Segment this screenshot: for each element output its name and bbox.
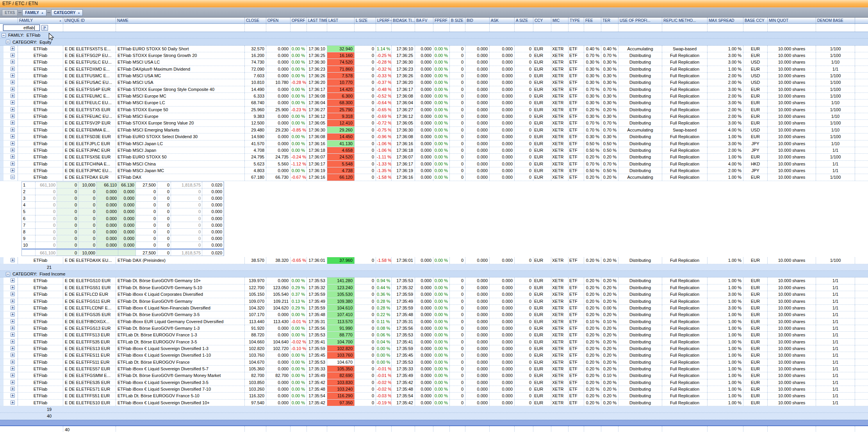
cell-name[interactable]: ETFlab MSCI USA LC bbox=[116, 59, 245, 65]
cell-operf[interactable]: 0.37 % bbox=[291, 291, 307, 297]
cell-maxspread[interactable]: 2.00 % bbox=[708, 147, 743, 153]
cell-ter[interactable]: 0.70 % bbox=[601, 161, 618, 167]
cell-minquot[interactable]: 10.000 shares bbox=[768, 298, 816, 304]
cell-minquot[interactable]: 10.000 shares bbox=[768, 318, 816, 325]
cell-ask[interactable]: 0.000 bbox=[490, 79, 515, 85]
cell-operf[interactable]: 0.00 % bbox=[291, 93, 307, 99]
cell-lsize[interactable]: 0 bbox=[355, 393, 376, 399]
cell-mic[interactable]: XETR bbox=[551, 140, 569, 147]
cell-family[interactable]: ETFlab bbox=[18, 127, 63, 133]
cell-operf[interactable]: 0.00 % bbox=[291, 140, 307, 147]
cell-lasttime[interactable]: 17:35:33 bbox=[307, 366, 327, 372]
cell-bafv[interactable]: 0.000 bbox=[415, 386, 433, 392]
cell-replic[interactable]: Full Replication bbox=[662, 393, 708, 399]
cell-close[interactable]: 88.720 bbox=[245, 332, 266, 338]
cell-uid[interactable]: E DE ELETFDAX EUR bbox=[63, 174, 116, 180]
expand-button[interactable]: + bbox=[11, 148, 15, 152]
cell-bid[interactable]: 0.000 bbox=[465, 311, 490, 318]
cell-last[interactable]: 4.658 bbox=[327, 147, 355, 153]
expand-button[interactable]: + bbox=[11, 53, 15, 57]
category-group-chip[interactable]: CATEGORY▲ bbox=[51, 9, 83, 16]
cell-mic[interactable]: XETR bbox=[551, 339, 569, 345]
expand-button[interactable]: + bbox=[11, 285, 15, 290]
cell-bafv[interactable]: 0.000 bbox=[415, 154, 433, 160]
cell-close[interactable]: 72.090 bbox=[245, 66, 266, 72]
cell-close[interactable]: 107.170 bbox=[245, 311, 266, 318]
cell-baseccy[interactable]: EUR bbox=[743, 154, 768, 160]
cell-profit[interactable]: Distributing bbox=[618, 154, 662, 160]
cell-close[interactable]: 7.603 bbox=[245, 73, 266, 79]
cell-mic[interactable]: XETR bbox=[551, 311, 569, 318]
filter-cell-ask[interactable] bbox=[490, 24, 515, 32]
cell-family[interactable]: ETFlab bbox=[18, 174, 63, 180]
cell-ter[interactable]: 0.30 % bbox=[601, 93, 618, 99]
cell-operf[interactable]: 0.00 % bbox=[291, 46, 307, 52]
cell-minquot[interactable]: 10.000 shares bbox=[768, 359, 816, 365]
cell-bsize[interactable]: 0 bbox=[450, 359, 465, 365]
cell-uid[interactable]: E DE ELETFES11 EUR bbox=[63, 352, 116, 358]
cell-maxspread[interactable]: 3.00 % bbox=[708, 59, 743, 65]
cell-lasttime[interactable]: 17:36:30 bbox=[307, 59, 327, 65]
cell-ccy[interactable]: EUR bbox=[533, 59, 551, 65]
cell-last[interactable]: 7.578 bbox=[327, 73, 355, 79]
cell-operf[interactable]: -0.23 % bbox=[291, 107, 307, 113]
cell-baseccy[interactable]: EUR bbox=[743, 133, 768, 140]
cell-fee[interactable]: 0.30 % bbox=[584, 73, 601, 79]
cell-bidaskt[interactable]: 17:35:59 bbox=[392, 291, 415, 297]
cell-fee[interactable]: 0.20 % bbox=[584, 366, 601, 372]
cell-ccy[interactable]: EUR bbox=[533, 352, 551, 358]
cell-operf[interactable]: 0.00 % bbox=[291, 167, 307, 174]
cell-lperf[interactable]: -0.75 % bbox=[376, 127, 392, 133]
cell-fperf[interactable]: 0.00 % bbox=[433, 277, 450, 284]
cell-baseccy[interactable]: EUR bbox=[743, 298, 768, 304]
cell-maxspread[interactable]: 1.00 % bbox=[708, 366, 743, 372]
cell-bafv[interactable]: 0.000 bbox=[415, 379, 433, 386]
cell-ccy[interactable]: EUR bbox=[533, 400, 551, 406]
cell-bsize[interactable]: 0 bbox=[450, 167, 465, 174]
cell-family[interactable]: ETFlab bbox=[18, 100, 63, 106]
cell-baseccy[interactable]: USD bbox=[743, 127, 768, 133]
cell-asize[interactable]: 0 bbox=[515, 339, 533, 345]
cell-lasttime[interactable]: 17:35:49 bbox=[307, 298, 327, 304]
cell-fperf[interactable]: 0.00 % bbox=[433, 79, 450, 85]
cell-last[interactable]: 103.760 bbox=[327, 352, 355, 358]
cell-type[interactable]: ETF bbox=[569, 359, 584, 365]
cell-operf[interactable]: -0.10 % bbox=[291, 345, 307, 352]
cell-lperf[interactable]: -0.28 % bbox=[376, 59, 392, 65]
cell-operf[interactable]: 0.13 % bbox=[291, 298, 307, 304]
col-header-uid[interactable]: UNIQUE ID bbox=[63, 18, 116, 23]
cell-profit[interactable]: Distributing bbox=[618, 400, 662, 406]
cell-profit[interactable]: Distributing bbox=[618, 386, 662, 392]
cell-asize[interactable]: 0 bbox=[515, 325, 533, 331]
cell-lperf[interactable]: -1.33 % bbox=[376, 161, 392, 167]
cell-bidaskt[interactable]: 17:35:49 bbox=[392, 298, 415, 304]
cell-lsize[interactable]: 0 bbox=[355, 93, 376, 99]
cell-mic[interactable]: XETR bbox=[551, 154, 569, 160]
cell-ccy[interactable]: EUR bbox=[533, 386, 551, 392]
cell-profit[interactable]: Accumulating bbox=[618, 127, 662, 133]
cell-bid[interactable]: 0.000 bbox=[465, 113, 490, 119]
cell-fperf[interactable]: 0.00 % bbox=[433, 140, 450, 147]
cell-lasttime[interactable]: 17:35:53 bbox=[307, 359, 327, 365]
cell-name[interactable]: ETFlab Dt. Börse EuroGOV® Germany 10+ bbox=[116, 277, 245, 284]
cell-open[interactable]: 0.000 bbox=[266, 52, 291, 59]
cell-bid[interactable]: 0.000 bbox=[465, 52, 490, 59]
col-header-fee[interactable]: FEE bbox=[584, 18, 601, 23]
cell-bid[interactable]: 0.000 bbox=[465, 107, 490, 113]
cell-open[interactable]: 0.000 bbox=[266, 359, 291, 365]
cell-bafv[interactable]: 0.000 bbox=[415, 93, 433, 99]
cell-family[interactable]: ETFlab bbox=[18, 339, 63, 345]
expand-button[interactable]: + bbox=[11, 326, 15, 330]
cell-maxspread[interactable]: 1.00 % bbox=[708, 339, 743, 345]
cell-bafv[interactable]: 0.000 bbox=[415, 113, 433, 119]
cell-baseccy[interactable]: EUR bbox=[743, 352, 768, 358]
cell-maxspread[interactable]: 2.00 % bbox=[708, 79, 743, 85]
cell-close[interactable]: 103.260 bbox=[245, 386, 266, 392]
cell-bsize[interactable]: 0 bbox=[450, 100, 465, 106]
cell-fee[interactable]: 0.70 % bbox=[584, 127, 601, 133]
cell-fee[interactable]: 0.20 % bbox=[584, 154, 601, 160]
cell-last[interactable]: 104.670 bbox=[327, 359, 355, 365]
cell-ask[interactable]: 0.000 bbox=[490, 167, 515, 174]
cell-ter[interactable]: 0.30 % bbox=[601, 100, 618, 106]
cell-denom[interactable]: 1/1 bbox=[816, 359, 855, 365]
